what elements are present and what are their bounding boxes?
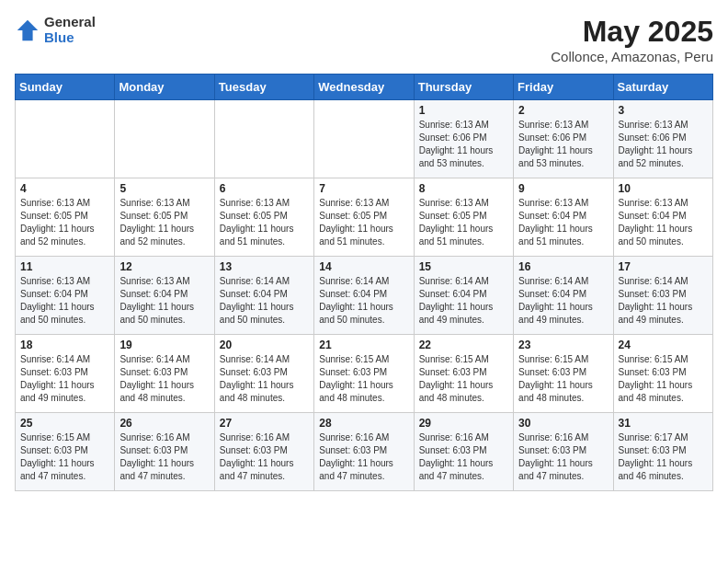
day-info: Sunrise: 6:13 AM Sunset: 6:04 PM Dayligh… — [20, 275, 109, 327]
calendar-cell: 20Sunrise: 6:14 AM Sunset: 6:03 PM Dayli… — [214, 335, 313, 413]
day-info: Sunrise: 6:13 AM Sunset: 6:06 PM Dayligh… — [419, 119, 508, 170]
day-number: 12 — [119, 260, 209, 273]
calendar-cell: 21Sunrise: 6:15 AM Sunset: 6:03 PM Dayli… — [314, 335, 414, 413]
day-number: 2 — [518, 104, 608, 117]
day-info: Sunrise: 6:17 AM Sunset: 6:03 PM Dayligh… — [619, 431, 708, 483]
day-info: Sunrise: 6:16 AM Sunset: 6:03 PM Dayligh… — [220, 431, 309, 483]
calendar-week-row: 11Sunrise: 6:13 AM Sunset: 6:04 PM Dayli… — [16, 257, 713, 335]
day-info: Sunrise: 6:16 AM Sunset: 6:03 PM Dayligh… — [518, 431, 608, 483]
logo-general-text: General — [44, 15, 96, 30]
day-number: 29 — [419, 417, 508, 430]
day-number: 24 — [619, 339, 708, 351]
calendar-cell: 4Sunrise: 6:13 AM Sunset: 6:05 PM Daylig… — [16, 178, 115, 257]
weekday-header-tuesday: Tuesday — [214, 75, 313, 100]
calendar-cell: 30Sunrise: 6:16 AM Sunset: 6:03 PM Dayli… — [514, 413, 613, 491]
calendar-cell: 25Sunrise: 6:15 AM Sunset: 6:03 PM Dayli… — [16, 413, 115, 491]
calendar-cell: 23Sunrise: 6:15 AM Sunset: 6:03 PM Dayli… — [514, 335, 613, 413]
page-header: General Blue May 2025 Collonce, Amazonas… — [15, 15, 713, 64]
day-info: Sunrise: 6:14 AM Sunset: 6:04 PM Dayligh… — [220, 275, 309, 327]
weekday-header-saturday: Saturday — [613, 75, 712, 100]
day-number: 9 — [518, 182, 608, 195]
day-number: 22 — [419, 339, 508, 351]
calendar-cell: 11Sunrise: 6:13 AM Sunset: 6:04 PM Dayli… — [16, 257, 115, 335]
day-info: Sunrise: 6:13 AM Sunset: 6:06 PM Dayligh… — [619, 119, 708, 170]
title-area: May 2025 Collonce, Amazonas, Peru — [551, 15, 713, 64]
calendar-cell — [16, 100, 115, 178]
logo-blue-text: Blue — [44, 30, 96, 46]
day-number: 18 — [20, 339, 109, 351]
day-number: 7 — [319, 182, 408, 195]
calendar-cell: 26Sunrise: 6:16 AM Sunset: 6:03 PM Dayli… — [115, 413, 214, 491]
day-number: 14 — [319, 260, 408, 273]
calendar-cell: 5Sunrise: 6:13 AM Sunset: 6:05 PM Daylig… — [115, 178, 214, 257]
calendar-cell: 18Sunrise: 6:14 AM Sunset: 6:03 PM Dayli… — [16, 335, 115, 413]
day-info: Sunrise: 6:14 AM Sunset: 6:03 PM Dayligh… — [619, 275, 708, 327]
calendar-cell — [314, 100, 414, 178]
calendar-table: SundayMondayTuesdayWednesdayThursdayFrid… — [15, 74, 713, 491]
weekday-header-sunday: Sunday — [16, 75, 115, 100]
day-info: Sunrise: 6:15 AM Sunset: 6:03 PM Dayligh… — [518, 353, 608, 405]
calendar-cell: 22Sunrise: 6:15 AM Sunset: 6:03 PM Dayli… — [414, 335, 513, 413]
subtitle: Collonce, Amazonas, Peru — [551, 49, 713, 64]
logo: General Blue — [15, 15, 96, 45]
day-info: Sunrise: 6:14 AM Sunset: 6:03 PM Dayligh… — [220, 353, 309, 405]
day-number: 10 — [619, 182, 708, 195]
day-number: 21 — [319, 339, 408, 351]
calendar-cell: 17Sunrise: 6:14 AM Sunset: 6:03 PM Dayli… — [613, 257, 712, 335]
day-info: Sunrise: 6:16 AM Sunset: 6:03 PM Dayligh… — [319, 431, 408, 483]
day-info: Sunrise: 6:13 AM Sunset: 6:05 PM Dayligh… — [319, 197, 408, 248]
day-info: Sunrise: 6:15 AM Sunset: 6:03 PM Dayligh… — [20, 431, 109, 483]
main-title: May 2025 — [551, 15, 713, 49]
day-info: Sunrise: 6:13 AM Sunset: 6:05 PM Dayligh… — [220, 197, 309, 248]
day-number: 3 — [619, 104, 708, 117]
day-number: 23 — [518, 339, 608, 351]
weekday-header-friday: Friday — [514, 75, 613, 100]
day-info: Sunrise: 6:16 AM Sunset: 6:03 PM Dayligh… — [119, 431, 209, 483]
weekday-header-thursday: Thursday — [414, 75, 513, 100]
day-info: Sunrise: 6:13 AM Sunset: 6:05 PM Dayligh… — [419, 197, 508, 248]
day-number: 25 — [20, 417, 109, 430]
calendar-cell: 6Sunrise: 6:13 AM Sunset: 6:05 PM Daylig… — [214, 178, 313, 257]
day-number: 15 — [419, 260, 508, 273]
calendar-cell: 8Sunrise: 6:13 AM Sunset: 6:05 PM Daylig… — [414, 178, 513, 257]
day-number: 6 — [220, 182, 309, 195]
calendar-cell: 10Sunrise: 6:13 AM Sunset: 6:04 PM Dayli… — [613, 178, 712, 257]
day-number: 4 — [20, 182, 109, 195]
calendar-cell: 3Sunrise: 6:13 AM Sunset: 6:06 PM Daylig… — [613, 100, 712, 178]
svg-marker-0 — [17, 19, 38, 40]
day-info: Sunrise: 6:13 AM Sunset: 6:04 PM Dayligh… — [619, 197, 708, 248]
calendar-week-row: 18Sunrise: 6:14 AM Sunset: 6:03 PM Dayli… — [16, 335, 713, 413]
calendar-cell: 2Sunrise: 6:13 AM Sunset: 6:06 PM Daylig… — [514, 100, 613, 178]
calendar-cell: 24Sunrise: 6:15 AM Sunset: 6:03 PM Dayli… — [613, 335, 712, 413]
day-number: 11 — [20, 260, 109, 273]
day-number: 31 — [619, 417, 708, 430]
calendar-cell: 31Sunrise: 6:17 AM Sunset: 6:03 PM Dayli… — [613, 413, 712, 491]
calendar-header: SundayMondayTuesdayWednesdayThursdayFrid… — [16, 75, 713, 100]
calendar-cell: 29Sunrise: 6:16 AM Sunset: 6:03 PM Dayli… — [414, 413, 513, 491]
logo-icon — [15, 17, 40, 43]
day-info: Sunrise: 6:15 AM Sunset: 6:03 PM Dayligh… — [319, 353, 408, 405]
weekday-header-monday: Monday — [115, 75, 214, 100]
day-info: Sunrise: 6:14 AM Sunset: 6:04 PM Dayligh… — [419, 275, 508, 327]
calendar-cell: 28Sunrise: 6:16 AM Sunset: 6:03 PM Dayli… — [314, 413, 414, 491]
day-info: Sunrise: 6:14 AM Sunset: 6:04 PM Dayligh… — [319, 275, 408, 327]
calendar-cell: 13Sunrise: 6:14 AM Sunset: 6:04 PM Dayli… — [214, 257, 313, 335]
day-info: Sunrise: 6:16 AM Sunset: 6:03 PM Dayligh… — [419, 431, 508, 483]
calendar-cell — [214, 100, 313, 178]
calendar-cell — [115, 100, 214, 178]
calendar-cell: 27Sunrise: 6:16 AM Sunset: 6:03 PM Dayli… — [214, 413, 313, 491]
day-info: Sunrise: 6:14 AM Sunset: 6:03 PM Dayligh… — [20, 353, 109, 405]
day-number: 17 — [619, 260, 708, 273]
calendar-cell: 12Sunrise: 6:13 AM Sunset: 6:04 PM Dayli… — [115, 257, 214, 335]
day-info: Sunrise: 6:14 AM Sunset: 6:03 PM Dayligh… — [119, 353, 209, 405]
day-number: 28 — [319, 417, 408, 430]
day-number: 8 — [419, 182, 508, 195]
day-number: 5 — [119, 182, 209, 195]
day-info: Sunrise: 6:15 AM Sunset: 6:03 PM Dayligh… — [419, 353, 508, 405]
day-info: Sunrise: 6:14 AM Sunset: 6:04 PM Dayligh… — [518, 275, 608, 327]
calendar-week-row: 4Sunrise: 6:13 AM Sunset: 6:05 PM Daylig… — [16, 178, 713, 257]
calendar-cell: 9Sunrise: 6:13 AM Sunset: 6:04 PM Daylig… — [514, 178, 613, 257]
calendar-week-row: 1Sunrise: 6:13 AM Sunset: 6:06 PM Daylig… — [16, 100, 713, 178]
day-info: Sunrise: 6:13 AM Sunset: 6:04 PM Dayligh… — [518, 197, 608, 248]
day-number: 19 — [119, 339, 209, 351]
